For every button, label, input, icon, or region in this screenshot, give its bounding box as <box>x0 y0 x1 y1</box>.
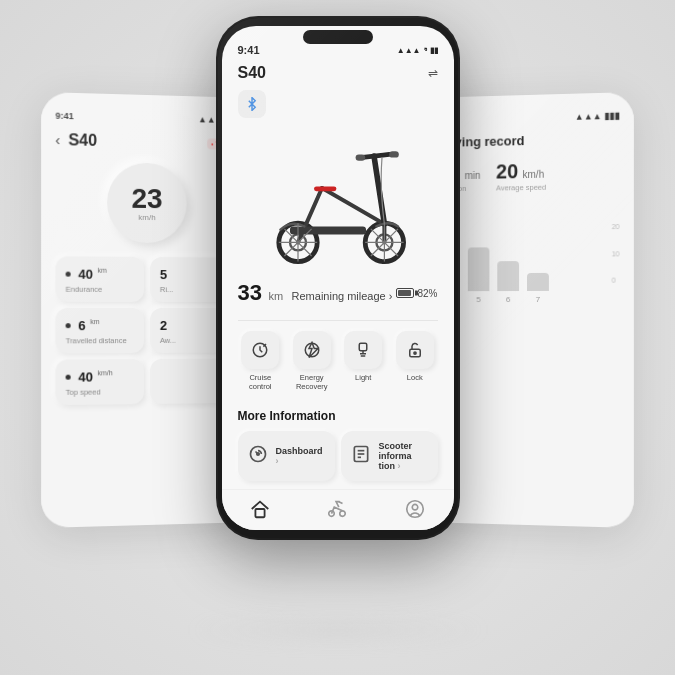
lock-label: Lock <box>407 373 423 382</box>
travelled-unit: km <box>90 318 99 325</box>
control-energy[interactable]: EnergyRecovery <box>289 331 335 391</box>
battery-badge: 82% <box>396 288 437 299</box>
home-icon <box>249 498 271 520</box>
scooter-info-icon <box>351 444 371 469</box>
mileage-label[interactable]: Remaining mileage › <box>292 290 393 302</box>
swap-icon[interactable]: ⇌ <box>428 66 438 80</box>
control-cruise[interactable]: Cruisecontrol <box>238 331 284 391</box>
svg-point-38 <box>340 511 346 517</box>
left-status-bar: 9:41 ▲▲▲ ▮▮ <box>55 111 236 126</box>
center-header: S40 ⇌ <box>222 62 454 90</box>
bar-col-3: 6 <box>497 261 519 304</box>
mileage-info: 33 km Remaining mileage › <box>238 280 393 306</box>
dynamic-island <box>303 30 373 44</box>
svg-point-40 <box>407 501 424 518</box>
travelled-card: 6 km Travelled distance <box>55 308 144 354</box>
chart-y-labels: 20 10 0 <box>612 223 620 284</box>
energy-icon <box>303 341 321 359</box>
light-icon <box>354 341 372 359</box>
scooter-info-card[interactable]: Scooter information › <box>341 431 438 481</box>
bar-col-2: 5 <box>468 247 490 304</box>
more-info-grid: Dashboard › Scooter information › <box>238 431 438 481</box>
light-label: Light <box>355 373 371 382</box>
scooter-image-area <box>222 126 454 274</box>
svg-line-39 <box>339 502 343 504</box>
travelled-value: 6 <box>78 318 85 333</box>
cruise-label: Cruisecontrol <box>249 373 272 391</box>
profile-icon <box>404 498 426 520</box>
battery-fill <box>398 290 411 296</box>
svg-rect-11 <box>389 151 399 157</box>
bar-chart: 4 5 6 7 20 10 <box>439 223 620 304</box>
bar-3 <box>497 261 519 291</box>
top-speed-card: 40 km/h Top speed <box>55 359 144 405</box>
svg-rect-12 <box>314 186 336 191</box>
y-label-10: 10 <box>612 250 620 257</box>
endurance-label: Endurance <box>66 285 134 294</box>
svg-point-28 <box>414 352 416 354</box>
battery-icon: ▮▮ <box>430 46 438 55</box>
bar-label-3: 6 <box>506 295 510 304</box>
top-speed-label: Top speed <box>66 387 134 397</box>
ground-reflection <box>188 615 488 645</box>
dashboard-card[interactable]: Dashboard › <box>238 431 335 481</box>
avg-speed-value: 20 <box>496 160 518 182</box>
speed-circle: 23 km/h <box>107 162 187 243</box>
endurance-unit: km <box>97 266 106 273</box>
svg-line-5 <box>322 188 384 224</box>
dashboard-text: Dashboard › <box>276 446 325 466</box>
bottom-nav <box>222 489 454 530</box>
control-light[interactable]: Light <box>341 331 387 391</box>
svg-rect-7 <box>290 226 366 234</box>
lock-icon-box <box>396 331 434 369</box>
light-icon-box <box>344 331 382 369</box>
bar-4 <box>527 273 549 291</box>
metrics-row: 16 min Duration 20 km/h Average speed <box>439 158 620 193</box>
scooter-info-text: Scooter information › <box>379 441 428 471</box>
bar-col-4: 7 <box>527 273 549 304</box>
top-speed-unit: km/h <box>97 369 112 376</box>
y-label-0: 0 <box>612 277 620 284</box>
riding-value: 5 <box>160 267 167 282</box>
y-label-20: 20 <box>612 223 620 230</box>
energy-icon-box <box>293 331 331 369</box>
bar-label-2: 5 <box>476 295 480 304</box>
center-phone-title: S40 <box>238 64 266 82</box>
nav-profile[interactable] <box>404 498 426 520</box>
left-time: 9:41 <box>55 111 73 122</box>
signal-icon: ▲▲▲ <box>397 46 421 55</box>
nav-home[interactable] <box>249 498 271 520</box>
dot-icon-3 <box>66 375 71 380</box>
svg-rect-23 <box>360 343 368 351</box>
right-signal: ▲▲▲ ▮▮▮ <box>575 111 620 122</box>
battery-icon-small <box>396 288 414 298</box>
average-value: 2 <box>160 318 167 333</box>
nav-scooter[interactable] <box>326 498 348 520</box>
back-arrow-icon[interactable]: ‹ <box>55 132 60 148</box>
top-speed-value: 40 <box>78 369 93 384</box>
mileage-value: 33 <box>238 280 262 305</box>
right-status-bar: ▲▲▲ ▮▮▮ <box>439 111 620 126</box>
svg-point-31 <box>256 452 259 455</box>
svg-rect-36 <box>256 509 265 517</box>
status-icons: ▲▲▲ ᵑ ▮▮ <box>397 46 438 55</box>
svg-point-41 <box>412 504 418 510</box>
endurance-card: 40 km Endurance <box>55 256 144 302</box>
avg-speed-metric: 20 km/h Average speed <box>496 160 546 193</box>
energy-label: EnergyRecovery <box>296 373 328 391</box>
dashboard-icon <box>248 444 268 469</box>
bar-label-4: 7 <box>536 295 540 304</box>
wifi-icon: ᵑ <box>424 46 427 55</box>
dot-icon <box>66 272 71 277</box>
cruise-icon-box <box>241 331 279 369</box>
speed-value: 23 <box>131 184 162 212</box>
bluetooth-badge[interactable] <box>238 90 266 118</box>
mileage-unit: km <box>268 290 283 302</box>
svg-rect-10 <box>355 154 365 160</box>
center-screen: 9:41 ▲▲▲ ᵑ ▮▮ S40 ⇌ <box>222 26 454 530</box>
more-info-title: More Information <box>238 409 438 423</box>
control-lock[interactable]: Lock <box>392 331 438 391</box>
dot-icon-2 <box>66 323 71 328</box>
speed-unit: km/h <box>138 212 155 221</box>
more-info-section: More Information Dashboard › <box>222 409 454 489</box>
